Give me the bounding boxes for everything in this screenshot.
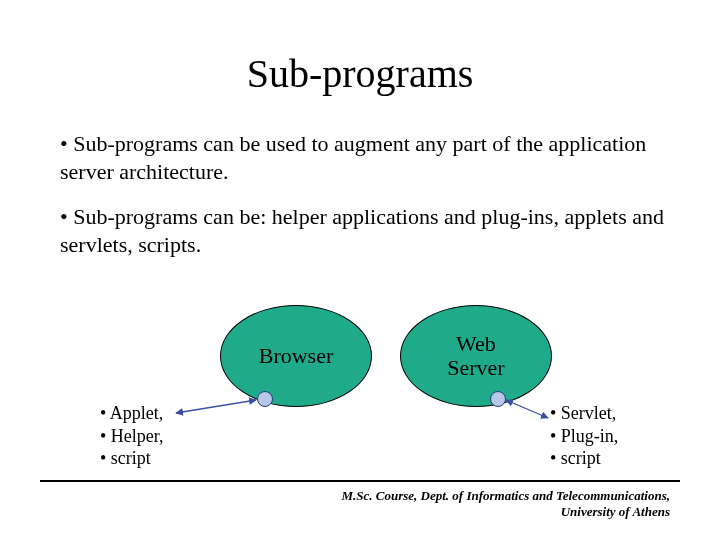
node-browser: Browser xyxy=(220,305,372,407)
bullet-item: • Sub-programs can be used to augment an… xyxy=(60,130,670,185)
list-item: • Applet, xyxy=(100,402,164,425)
node-browser-label: Browser xyxy=(259,344,334,368)
footer-rule xyxy=(40,480,680,482)
connector-right xyxy=(506,400,548,418)
attachment-dot-server xyxy=(490,391,506,407)
connector-left xyxy=(176,400,256,413)
footer-line-2: University of Athens xyxy=(341,504,670,520)
list-item: • Servlet, xyxy=(550,402,618,425)
bullet-item: • Sub-programs can be: helper applicatio… xyxy=(60,203,670,258)
node-web-server-label: Web Server xyxy=(447,332,504,380)
node-web-server: Web Server xyxy=(400,305,552,407)
bullet-list: • Sub-programs can be used to augment an… xyxy=(60,130,670,276)
right-item-list: • Servlet, • Plug-in, • script xyxy=(550,402,618,470)
footer-text: M.Sc. Course, Dept. of Informatics and T… xyxy=(341,488,670,519)
footer-line-1: M.Sc. Course, Dept. of Informatics and T… xyxy=(341,488,670,504)
list-item: • Helper, xyxy=(100,425,164,448)
slide-title: Sub-programs xyxy=(0,50,720,97)
list-item: • Plug-in, xyxy=(550,425,618,448)
list-item: • script xyxy=(100,447,164,470)
list-item: • script xyxy=(550,447,618,470)
attachment-dot-browser xyxy=(257,391,273,407)
left-item-list: • Applet, • Helper, • script xyxy=(100,402,164,470)
